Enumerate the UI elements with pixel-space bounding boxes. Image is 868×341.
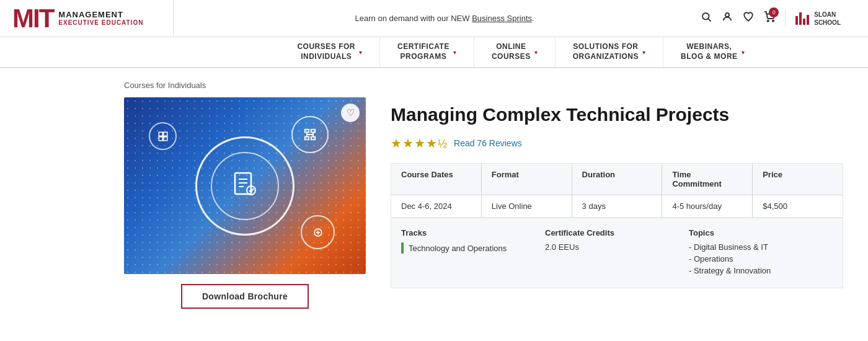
cell-format: Live Online	[482, 195, 572, 217]
star-rating: ★★★★½	[391, 136, 448, 151]
track-color-bar	[401, 242, 404, 254]
cell-course-dates: Dec 4-6, 2024	[391, 195, 482, 217]
cell-duration: 3 days	[572, 195, 663, 217]
business-sprints-link[interactable]: Business Sprints	[472, 14, 532, 23]
nav-item-online-courses[interactable]: ONLINECOURSES ▾	[474, 37, 556, 67]
lower-info-panel: Tracks Technology and Operations Certifi…	[391, 218, 843, 288]
cell-time-commitment: 4-5 hours/day	[662, 195, 753, 217]
course-image	[124, 97, 366, 274]
tracks-label: Tracks	[401, 228, 545, 237]
main-nav: COURSES FORINDIVIDUALS ▾ CERTIFICATEPROG…	[0, 37, 868, 68]
course-details-table: Course Dates Format Duration Time Commit…	[391, 163, 843, 218]
course-title: Managing Complex Technical Projects	[391, 104, 843, 126]
svg-point-3	[768, 20, 769, 22]
svg-point-0	[702, 13, 709, 20]
svg-rect-23	[163, 136, 167, 140]
topics-label: Topics	[689, 228, 833, 237]
sloan-text: SLOAN SCHOOL	[814, 11, 841, 27]
tech-overlay	[124, 97, 366, 274]
small-circle-bottom-icon	[301, 215, 335, 249]
svg-rect-11	[311, 130, 315, 133]
cart-count: 0	[769, 7, 779, 17]
header-course-dates: Course Dates	[391, 164, 482, 195]
svg-rect-10	[305, 130, 309, 133]
credits-section: Certificate Credits 2.0 EEUs	[545, 228, 689, 278]
svg-line-1	[709, 19, 711, 21]
logo-subtitle: MANAGEMENT EXECUTIVE EDUCATION	[58, 10, 143, 27]
table-header-row: Course Dates Format Duration Time Commit…	[391, 164, 843, 195]
header-icons: 0 SLOAN SCHOOL	[701, 11, 841, 27]
nav-item-courses-individuals[interactable]: COURSES FORINDIVIDUALS ▾	[280, 37, 380, 67]
document-icon	[234, 172, 256, 200]
header-format: Format	[482, 164, 572, 195]
cart-button[interactable]: 0	[764, 11, 775, 25]
topic-item-2: - Operations	[689, 254, 833, 264]
sloan-logo: SLOAN SCHOOL	[785, 11, 841, 27]
svg-rect-20	[159, 132, 162, 136]
tracks-section: Tracks Technology and Operations	[401, 228, 545, 278]
big-circle-icon	[195, 136, 294, 236]
logo-area[interactable]: MIT MANAGEMENT EXECUTIVE EDUCATION	[0, 0, 174, 37]
chevron-down-icon: ▾	[453, 49, 456, 56]
nav-item-solutions-orgs[interactable]: SOLUTIONS FORORGANIZATIONS ▾	[556, 37, 663, 67]
svg-rect-13	[311, 137, 315, 140]
breadcrumb: Courses for Individuals	[124, 81, 843, 90]
nav-item-certificate-programs[interactable]: CERTIFICATEPROGRAMS ▾	[380, 37, 474, 67]
track-item: Technology and Operations	[401, 242, 545, 254]
svg-rect-12	[305, 137, 309, 140]
favorites-button[interactable]	[743, 11, 754, 25]
credits-label: Certificate Credits	[545, 228, 689, 237]
favorite-button[interactable]: ♡	[341, 104, 360, 122]
track-name: Technology and Operations	[409, 244, 507, 253]
nav-item-webinars[interactable]: WEBINARS,BLOG & MORE ▾	[663, 37, 762, 67]
read-reviews-link[interactable]: Read 76 Reviews	[454, 138, 522, 148]
header-price: Price	[753, 164, 843, 195]
inner-circle-icon	[211, 152, 279, 220]
course-left-panel: ♡ Download Brochure	[124, 97, 366, 309]
small-circle-left-icon	[149, 122, 177, 150]
topic-item-3: - Strategy & Innovation	[689, 266, 833, 275]
header-duration: Duration	[572, 164, 663, 195]
svg-point-4	[773, 20, 774, 22]
small-circle-top-icon	[291, 116, 329, 153]
header-time-commitment: Time Commitment	[662, 164, 753, 195]
course-layout: ♡ Download Brochure Managing Complex Tec…	[124, 97, 843, 309]
course-image-wrapper: ♡	[124, 97, 366, 274]
cell-price: $4,500	[753, 195, 843, 217]
svg-rect-22	[159, 136, 162, 140]
svg-rect-21	[163, 132, 167, 136]
chevron-down-icon: ▾	[534, 49, 538, 56]
search-button[interactable]	[701, 11, 712, 25]
sloan-bars-icon	[795, 12, 809, 25]
banner-message: Learn on demand with our NEW Business Sp…	[174, 14, 701, 23]
top-banner: MIT MANAGEMENT EXECUTIVE EDUCATION Learn…	[0, 0, 868, 37]
main-content: Courses for Individuals	[0, 68, 868, 327]
account-button[interactable]	[722, 11, 733, 25]
topic-item-1: - Digital Business & IT	[689, 242, 833, 252]
course-right-panel: Managing Complex Technical Projects ★★★★…	[391, 97, 843, 288]
chevron-down-icon: ▾	[742, 49, 745, 56]
rating-row: ★★★★½ Read 76 Reviews	[391, 136, 843, 151]
chevron-down-icon: ▾	[642, 49, 645, 56]
table-data-row: Dec 4-6, 2024 Live Online 3 days 4-5 hou…	[391, 195, 843, 218]
download-brochure-button[interactable]: Download Brochure	[181, 284, 309, 309]
svg-point-2	[725, 13, 729, 17]
mit-logo-text: MIT	[12, 6, 53, 32]
topics-section: Topics - Digital Business & IT - Operati…	[689, 228, 833, 278]
chevron-down-icon: ▾	[359, 49, 362, 56]
credits-value: 2.0 EEUs	[545, 242, 689, 252]
